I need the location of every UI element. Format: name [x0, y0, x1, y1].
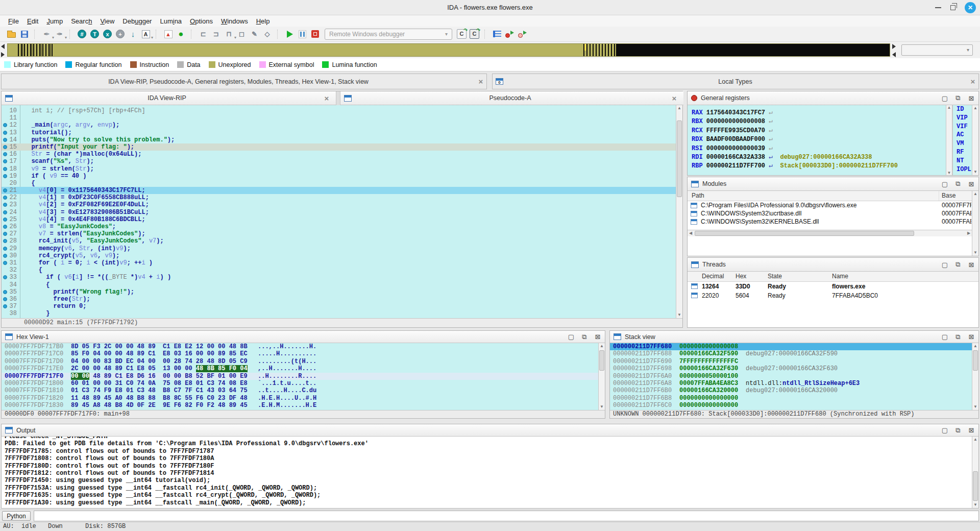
register-row-rsi[interactable]: RSI 0000000000000039 ↵ [688, 144, 978, 153]
register-row-rdx[interactable]: RDX BAADF00DBAADF000 ↵ [688, 135, 978, 143]
close-icon[interactable]: ✕ [965, 2, 976, 13]
jump-next-button[interactable]: ↓ [127, 28, 139, 41]
pseudocode-view[interactable]: 10 int i; // [rsp+57Ch] [rbp+4FCh]1112 _… [2, 105, 676, 318]
hexview-header[interactable]: Hex View-1 ▢ ⧉ ⊠ [2, 331, 605, 343]
code-line-19[interactable]: 19 if ( v9 == 40 ) [2, 173, 676, 180]
float-panel-icon[interactable]: ⧉ [954, 94, 962, 102]
maximize-panel-icon[interactable]: ▢ [941, 180, 948, 188]
flag-ac[interactable]: AC [953, 131, 972, 139]
output-header[interactable]: Output ▢ ⧉ ⊠ [2, 424, 978, 437]
maximize-panel-icon[interactable]: ▢ [941, 261, 948, 269]
threads-column-header[interactable]: DecimalHexStateName [688, 272, 978, 282]
hex-dump[interactable]: 00007FF7FDF717B08D 05 F3 2C 00 00 48 89 … [2, 343, 598, 410]
code-line-33[interactable]: 33 if ( v6[i] != *((_BYTE *)v4 + i) ) [2, 274, 676, 281]
return-arrow-icon[interactable]: ↵ [769, 135, 773, 143]
threads-header[interactable]: Threads ▢ ⧉ ⊠ [688, 258, 978, 272]
scroll-up-icon[interactable]: ▲ [599, 343, 605, 349]
code-line-34[interactable]: 34 { [2, 281, 676, 288]
scroll-thumb[interactable] [599, 350, 604, 371]
return-arrow-icon[interactable]: ↵ [769, 117, 773, 125]
code-line-25[interactable]: 25 v4[4] = 0x4E4F80B188C6BDCBLL; [2, 216, 676, 223]
call-stack-button[interactable]: ⊏ [197, 28, 210, 41]
scroll-thumb[interactable] [695, 231, 914, 236]
registers-scrollbar[interactable]: ▲ ▼ [946, 105, 952, 175]
hex-row[interactable]: 00007FF7FDF717D004 00 00 83 BD EC 04 00 … [2, 358, 598, 365]
maximize-panel-icon[interactable]: ▢ [941, 426, 948, 434]
return-arrow-icon[interactable]: ↵ [769, 127, 773, 134]
code-line-32[interactable]: 32 { [2, 267, 676, 274]
code-line-15[interactable]: 15 printf("Input your flag: "); [2, 143, 676, 151]
stackview-scrollbar[interactable]: ▲ ▼ [972, 343, 978, 410]
return-arrow-icon[interactable]: ↵ [769, 162, 773, 170]
scroll-down-icon[interactable]: ▼ [972, 250, 978, 256]
diamond-button[interactable]: ◇ [261, 28, 274, 41]
redo-button[interactable]: ✒▾ [53, 28, 66, 41]
jump-function-button[interactable]: + [114, 28, 127, 41]
menu-item-lumina[interactable]: Lumina [156, 17, 186, 26]
menu-item-search[interactable]: Search [67, 17, 96, 26]
code-line-14[interactable]: 14 puts("Now try to solve this problem."… [2, 136, 676, 143]
scroll-up-icon[interactable]: ▲ [676, 105, 682, 111]
register-row-rcx[interactable]: RCX FFFFFE9935CD0A70 ↵ [688, 126, 978, 135]
edit-function-button[interactable]: ✎ [248, 28, 261, 41]
modules-header[interactable]: Modules ▢ ⧉ ⊠ [688, 177, 978, 191]
float-panel-icon[interactable]: ⧉ [954, 260, 962, 269]
breakpoint-marker-button[interactable]: ▲ [162, 28, 175, 41]
close-panel-icon[interactable]: ⊠ [968, 426, 975, 434]
flag-vif[interactable]: VIF [953, 123, 972, 131]
code-line-16[interactable]: 16 Str = (char *)malloc(0x64uLL); [2, 151, 676, 158]
restore-icon[interactable] [950, 5, 955, 10]
hex-row[interactable]: 00007FF7FDF717B08D 05 F3 2C 00 00 48 89 … [2, 343, 598, 350]
code-line-17[interactable]: 17 scanf("%s", Str); [2, 158, 676, 165]
scroll-up-icon[interactable]: ▲ [946, 105, 952, 110]
scroll-up-icon[interactable]: ▲ [972, 343, 978, 349]
hex-row[interactable]: 00007FF7FDF7183089 45 A8 48 B8 4D 0F 2E … [2, 402, 598, 409]
close-panel-icon[interactable]: ⊠ [968, 180, 975, 188]
lumina-button[interactable]: ● [175, 28, 187, 41]
stack-row[interactable]: 000000211D7FF6907FFFFFFFFFFFFFFC [610, 358, 972, 365]
flag-nt[interactable]: NT [953, 157, 972, 165]
flag-rf[interactable]: RF [953, 148, 972, 157]
close-panel-icon[interactable]: ⊠ [968, 333, 975, 341]
code-line-35[interactable]: 35 printf("Wrong flag!"); [2, 288, 676, 296]
stack-row[interactable]: 000000211D7FF6A800007FFABA4EA8C3ntdll.dl… [610, 380, 972, 387]
xref-graph-button[interactable]: ⊓▾ [223, 28, 235, 41]
registers-header[interactable]: General registers ▢ ⧉ ⊠ [688, 91, 978, 105]
scroll-down-icon[interactable]: ▼ [972, 502, 978, 508]
code-line-28[interactable]: 28 rc4_init(v5, "EasyJunkCodes", v7); [2, 237, 676, 245]
jump-xref-button[interactable]: x [101, 28, 114, 41]
code-line-22[interactable]: 22 v4[1] = 0xDF23C0F6558CB888uLL; [2, 194, 676, 201]
flag-id[interactable]: ID [953, 105, 972, 114]
code-line-36[interactable]: 36 free(Str); [2, 296, 676, 303]
tab-close-icon[interactable]: × [475, 77, 486, 86]
stackview-header[interactable]: Stack view ▢ ⧉ ⊠ [610, 331, 978, 343]
menu-item-view[interactable]: View [96, 17, 118, 26]
output-scrollbar[interactable]: ▲ ▼ [972, 437, 978, 508]
save-button[interactable] [18, 28, 31, 41]
navband-zoom-select[interactable]: ▾ [901, 44, 973, 56]
jump-name-button[interactable]: T [88, 28, 101, 41]
stop-process-button[interactable] [309, 28, 322, 41]
pause-process-button[interactable] [296, 28, 309, 41]
flag-iopl[interactable]: IOPL [953, 165, 972, 174]
menu-item-windows[interactable]: Windows [217, 17, 252, 26]
font-button[interactable]: A▾ [139, 28, 152, 41]
stack-row[interactable]: 000000211D7FF69800000166CA32F630debug027… [610, 365, 972, 372]
float-panel-icon[interactable]: ⧉ [954, 426, 962, 435]
minimize-icon[interactable] [935, 7, 941, 8]
debugger-select[interactable]: Remote Windows debugger▾ [325, 29, 452, 40]
scroll-left-icon[interactable]: ◀ [688, 230, 694, 236]
code-line-18[interactable]: 18 v9 = strlen(Str); [2, 165, 676, 173]
scroll-up-icon[interactable]: ▲ [972, 191, 978, 197]
code-line-24[interactable]: 24 v4[3] = 0xE1278329086B51BCuLL; [2, 209, 676, 216]
maximize-panel-icon[interactable]: ▢ [568, 333, 575, 341]
menu-item-help[interactable]: Help [252, 17, 274, 26]
stack-row[interactable]: 000000211D7FF6B80000000000000000 [610, 395, 972, 402]
scroll-right-icon[interactable]: ▶ [966, 230, 972, 236]
module-row[interactable]: C:\WINDOWS\System32\KERNELBASE.dll00007F… [688, 218, 978, 226]
module-list-button[interactable] [491, 28, 503, 41]
code-line-20[interactable]: 20 { [2, 180, 676, 187]
scroll-down-icon[interactable]: ▼ [972, 404, 978, 410]
breakpoint-toggle-button[interactable] [516, 28, 529, 41]
scroll-thumb[interactable] [973, 350, 978, 371]
